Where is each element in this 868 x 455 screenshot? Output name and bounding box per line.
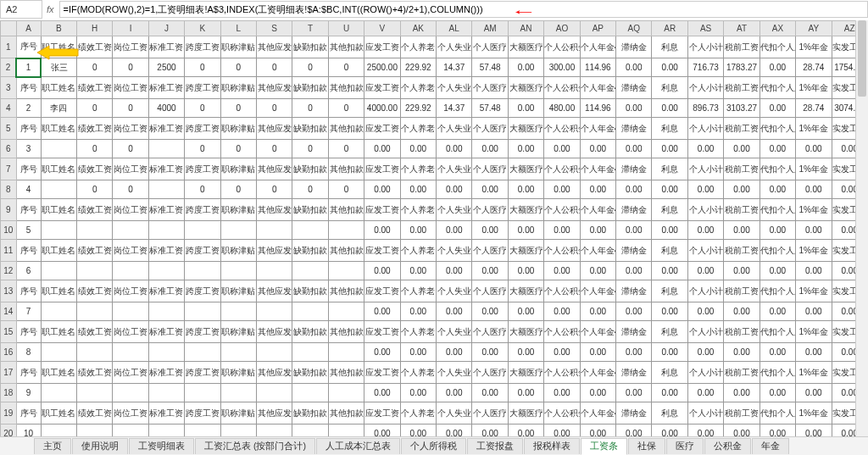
cell[interactable] [220, 302, 256, 321]
cell[interactable]: 0.00 [652, 302, 687, 321]
cell[interactable] [76, 302, 112, 321]
cell[interactable]: 岗位工资 [113, 280, 148, 302]
row-header[interactable]: 20 [1, 424, 17, 437]
cell[interactable] [41, 302, 76, 321]
cell[interactable]: 代扣个人所得税 [760, 199, 795, 221]
row-header[interactable]: 5 [1, 118, 17, 140]
cell[interactable]: 职称津贴 [220, 36, 256, 58]
cell[interactable]: 绩效工资 [76, 240, 112, 262]
cell[interactable]: 标准工资 [148, 199, 184, 221]
cell[interactable]: 标准工资 [148, 240, 184, 262]
sheet-tab[interactable]: 个人所得税 [401, 438, 466, 454]
cell[interactable]: 缺勤扣款 [292, 77, 328, 99]
cell[interactable] [292, 302, 328, 321]
cell[interactable]: 个人年金4% [580, 77, 615, 99]
cell[interactable]: 0.00 [687, 302, 723, 321]
cell[interactable]: 0.00 [687, 180, 723, 199]
cell[interactable]: 0.00 [652, 58, 687, 77]
cell[interactable] [41, 221, 76, 240]
cell[interactable]: 跨度工资 [185, 240, 220, 262]
cell[interactable]: 0 [257, 58, 292, 77]
cell[interactable]: 个人年金4% [580, 362, 615, 384]
cell[interactable]: 标准工资 [148, 402, 184, 424]
cell[interactable]: 0 [76, 180, 112, 199]
name-box[interactable]: A2 [0, 0, 42, 19]
cell[interactable]: 个人公积金 [544, 77, 580, 99]
col-header[interactable]: L [220, 21, 256, 36]
cell[interactable] [148, 343, 184, 362]
scroll-thumb[interactable] [858, 20, 866, 97]
cell[interactable]: 0.00 [508, 384, 543, 402]
cell[interactable]: 大额医疗 [508, 36, 543, 58]
cell[interactable]: 其他扣款 [328, 362, 364, 384]
cell[interactable]: 其他应发 [257, 118, 292, 140]
cell[interactable]: 716.73 [687, 58, 723, 77]
cell[interactable]: 0.00 [544, 424, 580, 437]
cell[interactable]: 0.00 [400, 343, 436, 362]
cell[interactable]: 0.00 [472, 221, 508, 240]
cell[interactable]: 岗位工资 [113, 118, 148, 140]
cell[interactable] [185, 302, 220, 321]
cell[interactable] [76, 262, 112, 280]
cell[interactable]: 标准工资 [148, 118, 184, 140]
cell[interactable]: 其他扣款 [328, 118, 364, 140]
cell[interactable]: 缺勤扣款 [292, 36, 328, 58]
cell[interactable] [113, 343, 148, 362]
cell[interactable] [76, 221, 112, 240]
cell[interactable] [328, 384, 364, 402]
cell[interactable]: 标准工资 [148, 77, 184, 99]
cell[interactable]: 缺勤扣款 [292, 362, 328, 384]
cell[interactable]: 0.00 [472, 384, 508, 402]
cell[interactable]: 标准工资 [148, 280, 184, 302]
cell[interactable] [113, 384, 148, 402]
cell[interactable]: 个人医疗 [472, 402, 508, 424]
cell[interactable] [328, 262, 364, 280]
cell[interactable]: 0.00 [796, 424, 832, 437]
cell[interactable] [292, 221, 328, 240]
cell[interactable]: 大额医疗 [508, 280, 543, 302]
cell[interactable]: 0.00 [616, 424, 652, 437]
cell[interactable]: 0 [257, 180, 292, 199]
cell[interactable] [148, 302, 184, 321]
cell[interactable]: 序号 [16, 280, 41, 302]
row-header[interactable]: 11 [1, 240, 17, 262]
cell[interactable]: 2500 [148, 58, 184, 77]
row-header[interactable]: 16 [1, 343, 17, 362]
cell[interactable]: 0 [76, 58, 112, 77]
cell[interactable]: 300.00 [544, 58, 580, 77]
cell[interactable]: 0.00 [437, 384, 472, 402]
cell[interactable]: 个人养老 [400, 36, 436, 58]
cell[interactable]: 0 [328, 99, 364, 118]
cell[interactable]: 岗位工资 [113, 199, 148, 221]
cell[interactable]: 0.00 [652, 221, 687, 240]
cell[interactable]: 0 [328, 58, 364, 77]
cell[interactable] [220, 262, 256, 280]
cell[interactable]: 0 [220, 99, 256, 118]
cell[interactable]: 代扣个人所得税 [760, 402, 795, 424]
cell[interactable]: 14.37 [437, 58, 472, 77]
cell[interactable]: 大额医疗 [508, 240, 543, 262]
cell[interactable]: 应发工资 [364, 280, 400, 302]
cell[interactable]: 跨度工资 [185, 118, 220, 140]
cell[interactable]: 个人公积金 [544, 199, 580, 221]
cell[interactable] [76, 343, 112, 362]
cell[interactable]: 税前工资 [724, 36, 760, 58]
cell[interactable]: 0.00 [616, 384, 652, 402]
cell[interactable]: 0 [113, 58, 148, 77]
cell[interactable]: 个人医疗 [472, 280, 508, 302]
cell[interactable]: 0.00 [687, 221, 723, 240]
cell[interactable]: 1%年金 [796, 158, 832, 180]
cell[interactable]: 0.00 [364, 262, 400, 280]
cell[interactable]: 应发工资 [364, 77, 400, 99]
cell[interactable]: 岗位工资 [113, 77, 148, 99]
cell[interactable]: 0.00 [400, 302, 436, 321]
cell[interactable]: 岗位工资 [113, 158, 148, 180]
sheet-tab[interactable]: 年金 [752, 438, 789, 454]
col-header[interactable]: AQ [616, 21, 652, 36]
cell[interactable]: 14.37 [437, 99, 472, 118]
cell[interactable]: 大额医疗 [508, 77, 543, 99]
cell[interactable]: 0.00 [796, 262, 832, 280]
col-header[interactable]: AK [400, 21, 436, 36]
cell[interactable]: 0.00 [544, 180, 580, 199]
cell[interactable]: 个人养老 [400, 280, 436, 302]
